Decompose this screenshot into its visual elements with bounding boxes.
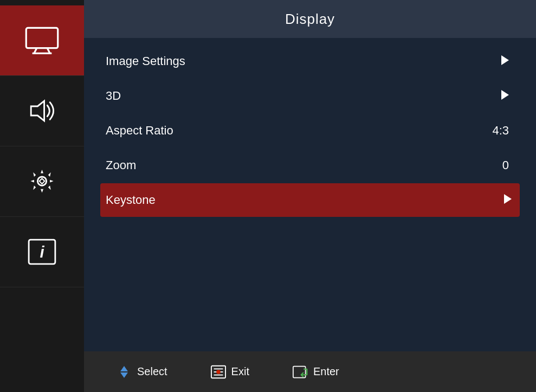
sidebar-item-info[interactable]: i bbox=[0, 217, 84, 287]
image-settings-value bbox=[501, 54, 509, 68]
image-settings-label: Image Settings bbox=[106, 54, 185, 68]
display-icon bbox=[24, 25, 60, 55]
svg-marker-7 bbox=[40, 178, 45, 184]
3d-value bbox=[501, 89, 509, 103]
zoom-label: Zoom bbox=[106, 158, 136, 172]
exit-svg-icon bbox=[211, 364, 226, 380]
settings-icon bbox=[24, 166, 60, 196]
exit-button[interactable]: Exit bbox=[211, 364, 249, 380]
3d-label: 3D bbox=[106, 89, 121, 103]
select-button[interactable]: Select bbox=[117, 364, 167, 380]
keystone-label: Keystone bbox=[106, 193, 156, 207]
arrow-up-icon bbox=[120, 366, 128, 371]
svg-rect-0 bbox=[26, 28, 58, 48]
sidebar-item-display[interactable] bbox=[0, 5, 84, 76]
menu-item-zoom[interactable]: Zoom 0 bbox=[100, 149, 520, 182]
info-icon: i bbox=[24, 237, 60, 267]
image-settings-arrow bbox=[501, 55, 509, 65]
select-icon bbox=[117, 364, 132, 380]
enter-button[interactable]: Enter bbox=[293, 364, 339, 380]
footer: Select Exit bbox=[84, 351, 536, 392]
exit-icon bbox=[211, 364, 226, 380]
aspect-ratio-label: Aspect Ratio bbox=[106, 124, 173, 138]
svg-point-14 bbox=[216, 370, 220, 374]
menu-item-image-settings[interactable]: Image Settings bbox=[100, 44, 520, 78]
enter-icon bbox=[293, 364, 308, 380]
page-title: Display bbox=[285, 11, 335, 28]
menu-item-keystone[interactable]: Keystone bbox=[100, 183, 520, 217]
arrow-down-icon bbox=[120, 372, 128, 378]
audio-icon bbox=[24, 96, 60, 126]
svg-rect-15 bbox=[293, 366, 306, 377]
menu-area: Image Settings 3D Aspect Ratio 4:3 Zoom … bbox=[84, 38, 536, 351]
header: Display bbox=[84, 0, 536, 38]
menu-item-aspect-ratio[interactable]: Aspect Ratio 4:3 bbox=[100, 114, 520, 147]
updown-arrow-icon bbox=[120, 366, 128, 378]
keystone-value bbox=[504, 193, 512, 207]
keystone-arrow bbox=[504, 194, 512, 204]
zoom-value: 0 bbox=[502, 158, 509, 172]
menu-item-3d[interactable]: 3D bbox=[100, 79, 520, 113]
enter-svg-icon bbox=[293, 364, 308, 380]
main-content: Display Image Settings 3D Aspect Ratio 4… bbox=[84, 0, 536, 392]
enter-label: Enter bbox=[313, 365, 339, 378]
svg-marker-5 bbox=[31, 101, 44, 121]
3d-arrow bbox=[501, 90, 509, 100]
svg-text:i: i bbox=[40, 243, 44, 261]
sidebar-item-audio[interactable] bbox=[0, 76, 84, 146]
exit-label: Exit bbox=[231, 365, 249, 378]
sidebar-item-settings[interactable] bbox=[0, 146, 84, 217]
sidebar: i bbox=[0, 0, 84, 392]
svg-rect-1 bbox=[26, 28, 58, 48]
aspect-ratio-value: 4:3 bbox=[492, 124, 509, 138]
select-label: Select bbox=[137, 365, 167, 378]
